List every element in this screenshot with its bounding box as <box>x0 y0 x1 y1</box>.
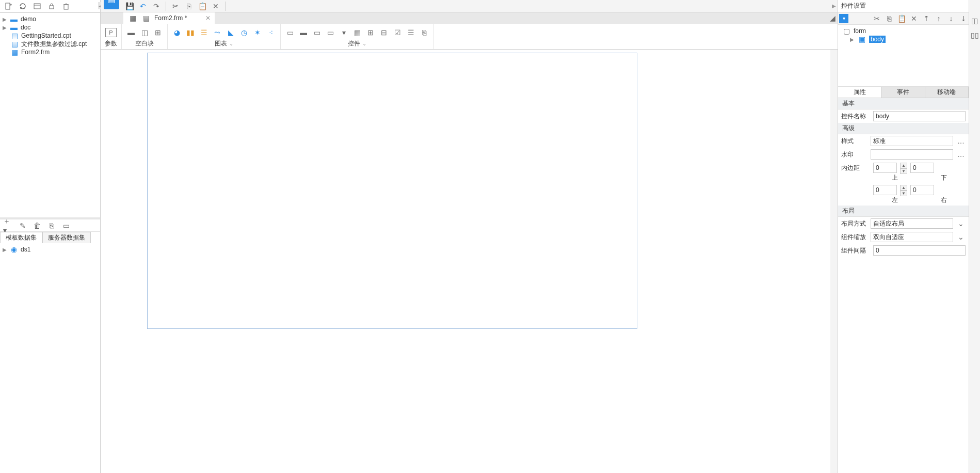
copy-icon[interactable]: ⎘ <box>884 13 894 24</box>
expand-arrow-icon[interactable]: ▶ <box>849 37 855 42</box>
selected-widget-icon[interactable]: ▾ <box>839 14 848 23</box>
date-icon[interactable]: ▦ <box>352 27 362 38</box>
chevron-down-icon[interactable]: ⌄ <box>956 232 966 242</box>
paste-icon[interactable]: 📋 <box>896 13 907 24</box>
collapse-right-icon[interactable]: ▶ <box>831 2 837 9</box>
ribbon-group-param: P 参数 <box>101 24 122 49</box>
tab-events[interactable]: 事件 <box>881 87 925 98</box>
bar-chart-icon[interactable]: ▮▮ <box>185 27 196 38</box>
outline-item[interactable]: ▶ ▣ body <box>841 35 966 43</box>
file-tab[interactable]: ▦ ▤ Form2.frm * ✕ <box>123 12 215 24</box>
left-panel: ◀ ▶ ▬ demo ▶ ▬ doc ▤ GettingStarted.cpt … <box>0 0 101 473</box>
pie-chart-icon[interactable]: ◕ <box>172 27 182 38</box>
dataset-item[interactable]: ▶ ◉ ds1 <box>2 245 98 254</box>
expand-arrow-icon[interactable]: ▶ <box>2 25 7 30</box>
dropdown-icon[interactable]: ▾ <box>339 27 349 38</box>
widget-name-input[interactable] <box>873 111 966 121</box>
scatter-chart-icon[interactable]: ⁖ <box>266 27 276 38</box>
view-icon[interactable] <box>32 1 42 11</box>
tree-file[interactable]: ▦ Form2.frm <box>2 48 100 56</box>
expand-arrow-icon[interactable]: ▶ <box>2 17 7 22</box>
chevron-down-icon[interactable]: ⌄ <box>229 41 233 46</box>
number-icon[interactable]: ▭ <box>325 27 335 38</box>
textbox-icon[interactable]: ▭ <box>285 27 295 38</box>
split-h-icon[interactable]: ◫ <box>139 27 150 38</box>
tab-menu-icon[interactable]: ◢ <box>827 13 838 23</box>
list-icon[interactable]: ☰ <box>406 27 416 38</box>
close-icon[interactable]: ✕ <box>211 1 221 11</box>
label-icon[interactable]: ▬ <box>298 27 309 38</box>
redo-icon[interactable]: ↷ <box>151 1 162 11</box>
undo-icon[interactable]: ↶ <box>138 1 148 11</box>
tab-properties[interactable]: 属性 <box>838 87 881 98</box>
pad-top-input[interactable] <box>873 163 897 173</box>
form-body-rect[interactable] <box>147 53 637 329</box>
copy-icon[interactable]: ⎘ <box>184 1 194 11</box>
param-icon[interactable]: P <box>105 28 117 37</box>
split-v-icon[interactable]: ⊞ <box>153 27 163 38</box>
prop-widget-name: 控件名称 <box>838 109 969 123</box>
pad-left-input[interactable] <box>873 185 897 195</box>
main-toolbar: ▤ 💾 ↶ ↷ ✂ ⎘ 📋 ✕ <box>101 0 838 12</box>
line-chart-icon[interactable]: ⤳ <box>212 27 222 38</box>
panel-toggle-icon[interactable]: ◫ <box>970 15 980 26</box>
ribbon-group-blank: ▬ ◫ ⊞ 空白块 <box>122 24 168 49</box>
move-up-icon[interactable]: ↑ <box>934 13 944 24</box>
gauge-chart-icon[interactable]: ◷ <box>239 27 249 38</box>
home-button[interactable]: ▤ <box>104 0 119 9</box>
pad-bottom-input[interactable] <box>910 163 934 173</box>
add-widget-icon[interactable]: ⎘ <box>419 27 429 38</box>
spinner[interactable]: ▲▼ <box>900 185 907 195</box>
tab-template-dataset[interactable]: 模板数据集 <box>0 232 42 243</box>
move-bottom-icon[interactable]: ⤓ <box>958 13 969 24</box>
grid-widget-icon[interactable]: ⊞ <box>365 27 376 38</box>
prop-padding: 内边距 ▲▼ <box>838 161 969 175</box>
tab-server-dataset[interactable]: 服务器数据集 <box>42 232 91 243</box>
scale-select[interactable] <box>871 232 953 242</box>
delete-icon[interactable]: 🗑 <box>32 220 42 231</box>
dataset-label: ds1 <box>21 246 30 253</box>
dataset-list: ▶ ◉ ds1 <box>0 243 100 256</box>
chevron-down-icon[interactable]: ⌄ <box>362 41 366 46</box>
delete-icon[interactable]: ✕ <box>909 13 919 24</box>
delete-icon[interactable] <box>61 1 71 11</box>
form-file-icon: ▦ <box>9 47 20 57</box>
new-file-icon[interactable] <box>3 1 13 11</box>
preview-icon[interactable]: ▭ <box>61 220 71 231</box>
style-input[interactable] <box>871 136 953 146</box>
area-chart-icon[interactable]: ◣ <box>226 27 236 38</box>
layout-type-select[interactable] <box>871 218 953 229</box>
checkbox-icon[interactable]: ☑ <box>392 27 403 38</box>
close-tab-icon[interactable]: ✕ <box>205 14 211 22</box>
chevron-down-icon[interactable]: ⌄ <box>956 218 966 229</box>
watermark-input[interactable] <box>871 149 953 160</box>
vertical-scrollbar[interactable] <box>830 50 838 473</box>
cut-icon[interactable]: ✂ <box>170 1 181 11</box>
tree-widget-icon[interactable]: ⊟ <box>379 27 389 38</box>
prop-gap: 组件间隔 <box>838 244 969 257</box>
spinner[interactable]: ▲▼ <box>900 163 907 173</box>
cut-icon[interactable]: ✂ <box>872 13 882 24</box>
block-icon[interactable]: ▬ <box>126 27 136 38</box>
refresh-icon[interactable] <box>18 1 28 11</box>
copy-icon[interactable]: ⎘ <box>46 220 57 231</box>
panel-toggle-icon[interactable]: ▯▯ <box>970 30 980 40</box>
gap-input[interactable] <box>873 245 966 256</box>
add-dataset-icon[interactable]: ＋▾ <box>3 220 13 231</box>
tab-mobile[interactable]: 移动端 <box>925 87 969 98</box>
move-down-icon[interactable]: ↓ <box>946 13 956 24</box>
radar-chart-icon[interactable]: ✶ <box>252 27 263 38</box>
more-icon[interactable]: … <box>956 136 966 146</box>
save-icon[interactable]: 💾 <box>124 1 135 11</box>
edit-icon[interactable]: ✎ <box>18 220 28 231</box>
more-icon[interactable]: … <box>956 149 966 160</box>
move-top-icon[interactable]: ⤒ <box>921 13 931 24</box>
paste-icon[interactable]: 📋 <box>197 1 207 11</box>
pad-right-input[interactable] <box>910 185 934 195</box>
design-canvas[interactable] <box>101 50 838 473</box>
button-icon[interactable]: ▭ <box>312 27 322 38</box>
lock-icon[interactable] <box>46 1 57 11</box>
hbar-chart-icon[interactable]: ☰ <box>199 27 209 38</box>
expand-arrow-icon[interactable]: ▶ <box>2 247 7 253</box>
form-file-icon: ▤ <box>141 13 151 23</box>
